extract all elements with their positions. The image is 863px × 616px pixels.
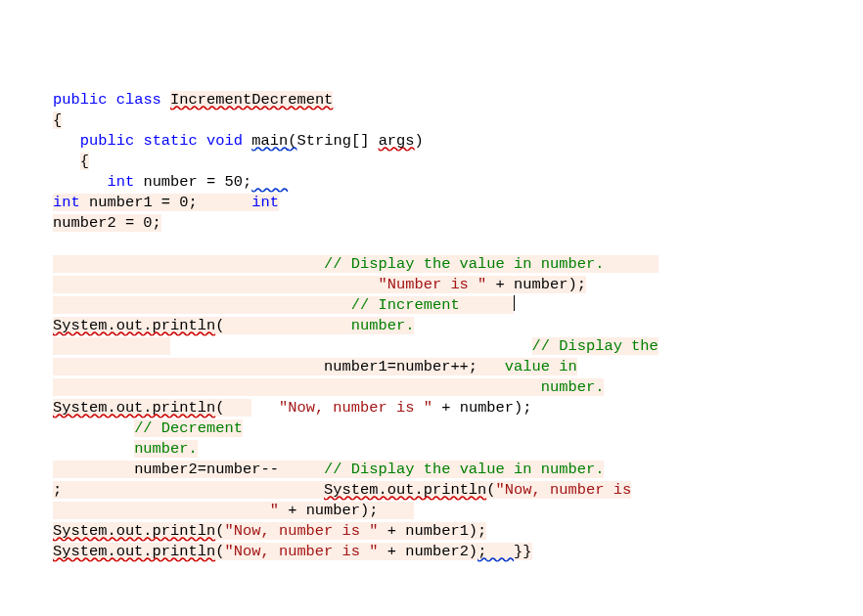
code-block: public class IncrementDecrement { public… [53, 91, 659, 560]
param-args: args [379, 132, 415, 150]
decr-stmt: number2=number-- [134, 461, 279, 478]
sop3: System.out.println [324, 481, 486, 499]
incr-stmt: number1=number++; [324, 358, 477, 375]
trail-ws [486, 543, 514, 560]
eq50: = 50; [198, 173, 251, 191]
plus-number2b: + number2) [379, 543, 478, 560]
keyword-public: public [53, 91, 107, 109]
trail-semi: ; [477, 543, 486, 560]
comment-number3: number. [134, 440, 198, 458]
comment-display1: // Display the value in number. [324, 255, 604, 273]
string-number-is: "Number is " [379, 276, 487, 293]
sop5: System.out.println [53, 543, 215, 560]
sop2: System.out.println [53, 399, 215, 417]
eq0b: = 0; [116, 214, 161, 232]
string-now-number-is3: "Now, number is " [225, 522, 379, 540]
sop4: System.out.println [53, 522, 215, 540]
comment-display2: // Display the value in number. [324, 461, 604, 478]
dq: " [270, 502, 279, 519]
var-number1: number1 [89, 194, 153, 211]
paren-close: ) [415, 132, 424, 150]
keyword-class: class [116, 91, 161, 109]
plus-number3: + number); [279, 502, 379, 519]
keyword-static: static [143, 132, 197, 150]
comment-number: number. [351, 317, 415, 334]
sop1: System.out.println [53, 317, 215, 334]
plus-number: + number); [486, 276, 586, 293]
brackets: [] [351, 132, 369, 150]
class-name: IncrementDecrement [170, 91, 333, 109]
comment-decrement: // Decrement [134, 419, 243, 437]
var-number: number [143, 173, 197, 191]
comment-increment: // Increment [351, 296, 460, 314]
keyword-void: void [206, 132, 243, 150]
type-string: String [296, 132, 350, 150]
brace-open: { [53, 111, 62, 129]
ws-squiggle [251, 173, 288, 191]
text-cursor [514, 295, 515, 311]
string-now-number-is2: "Now, number is [496, 481, 632, 499]
brace-close: }} [514, 543, 531, 560]
keyword-public: public [80, 132, 134, 150]
keyword-int: int [107, 173, 134, 191]
keyword-int: int [53, 194, 80, 211]
eq0a: = 0; [153, 194, 198, 211]
var-number2: number2 [53, 214, 116, 232]
keyword-int: int [251, 194, 279, 211]
plus-number1: + number1); [379, 522, 487, 540]
comment-value-in: value in [505, 358, 577, 375]
comment-display-the: // Display the [532, 337, 659, 355]
comment-number2: number. [541, 378, 605, 396]
method-main: main [251, 132, 288, 150]
brace-open: { [80, 153, 89, 170]
string-now-number-is4: "Now, number is " [225, 543, 379, 560]
plus-number2: + number); [432, 399, 532, 417]
string-now-number-is: "Now, number is " [279, 399, 432, 417]
